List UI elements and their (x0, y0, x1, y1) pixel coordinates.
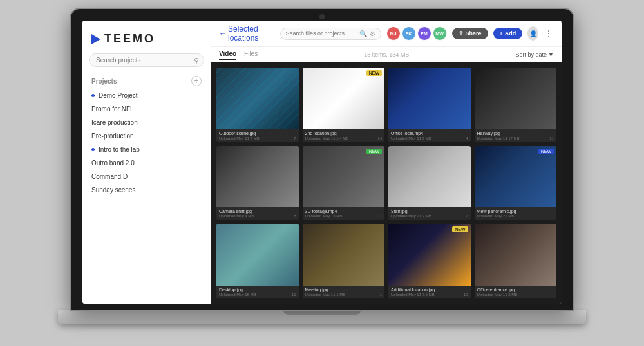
media-meta: Uploaded May 11 1.4 MB 14 (305, 136, 383, 140)
laptop-container: TEEMO ⚲ Projects + Demo Project Promo fo… (58, 9, 586, 337)
active-dot (91, 94, 95, 97)
sidebar-item-outro[interactable]: Outro band 2.0 (82, 156, 211, 170)
media-thumbnail (475, 68, 557, 129)
media-thumbnail (216, 146, 299, 208)
sub-topbar: Video Files 18 items, 134 MB Sort by dat… (211, 47, 562, 62)
media-item[interactable]: Desktop.jpg Uploaded May 15 MB 11 (216, 224, 299, 298)
add-project-button[interactable]: + (191, 76, 202, 86)
share-label: Share (466, 30, 482, 37)
media-name: Desktop.jpg (219, 287, 296, 292)
media-info: 2nd location.jpg Uploaded May 11 1.4 MB … (303, 129, 385, 142)
media-info: Hallway.jpg Uploaded May 13 17 MB 11 (475, 129, 557, 142)
media-item[interactable]: Staff.jpg Uploaded May 11 3 MB 7 (388, 146, 471, 221)
media-info: Office local.mp4 Uploaded May 11 3 MB 4 (388, 129, 471, 142)
media-item[interactable]: Office entrance.jpg Uploaded May 11 3 MB (475, 224, 557, 298)
media-item[interactable]: Hallway.jpg Uploaded May 13 17 MB 11 (475, 68, 557, 142)
sort-button[interactable]: Sort by date ▼ (516, 51, 554, 58)
sidebar-item-preprod[interactable]: Pre-production (82, 129, 211, 143)
media-name: Meeting.jpg (305, 287, 383, 292)
media-item[interactable]: NEW Additional location.jpg Uploaded May… (388, 224, 471, 298)
avatar-group: MJ PK PM MW (386, 26, 447, 41)
media-item[interactable]: NEW 3D footage.mp4 Uploaded May 13 MB 11 (303, 146, 385, 221)
laptop-base (58, 310, 586, 324)
add-label: Add (505, 30, 516, 37)
sidebar-item-icare[interactable]: Icare production (82, 116, 211, 129)
media-info: Staff.jpg Uploaded May 11 3 MB 7 (388, 207, 471, 220)
media-name: Office local.mp4 (391, 131, 468, 136)
sidebar-item-command[interactable]: Command D (82, 170, 211, 183)
media-meta: Uploaded May 11 1 MB 1 (305, 293, 383, 296)
media-item[interactable]: Office local.mp4 Uploaded May 11 3 MB 4 (388, 68, 471, 142)
media-meta: Uploaded May 11 3 MB 4 (391, 136, 468, 140)
tab-video[interactable]: Video (219, 49, 236, 60)
media-thumbnail (388, 146, 471, 208)
sidebar-item-demo[interactable]: Demo Project (82, 89, 211, 102)
avatar-pk: PK (402, 26, 416, 41)
screen: TEEMO ⚲ Projects + Demo Project Promo fo… (82, 21, 562, 304)
media-thumbnail: NEW (388, 224, 471, 286)
share-icon: ⇧ (459, 30, 464, 37)
media-name: 2nd location.jpg (305, 131, 383, 136)
media-meta: Uploaded May 11 7.5 MB 10 (391, 293, 468, 296)
profile-icon[interactable]: 👤 (527, 26, 538, 41)
projects-label: Projects (91, 78, 117, 85)
media-thumbnail (216, 68, 299, 129)
media-name: Hallway.jpg (477, 131, 554, 136)
sort-label: Sort by date (516, 51, 547, 58)
media-info: Meeting.jpg Uploaded May 11 1 MB 1 (303, 286, 385, 298)
sidebar-item-sunday[interactable]: Sunday scenes (82, 183, 211, 197)
topbar-search-container: 🔍 ⚙ (280, 28, 381, 40)
media-info: View panoramic.jpg Uploaded May 21 MB 7 (475, 207, 557, 220)
media-item[interactable]: NEW View panoramic.jpg Uploaded May 21 M… (475, 146, 557, 221)
plus-icon: + (500, 30, 503, 37)
media-info: Camera shift.jpg Uploaded May 4 MB 8 (216, 207, 299, 220)
page-title: Selected locations (228, 24, 275, 42)
media-grid: Outdoor scene.jpg Uploaded May 11 4 MB 7… (211, 62, 562, 304)
media-info: Office entrance.jpg Uploaded May 11 3 MB (475, 286, 557, 298)
media-meta: Uploaded May 11 4 MB 7 (219, 136, 296, 140)
media-item[interactable]: Outdoor scene.jpg Uploaded May 11 4 MB 7 (216, 68, 299, 142)
logo-text: TEEMO (104, 32, 155, 46)
media-meta: Uploaded May 13 MB 11 (305, 214, 383, 218)
back-button[interactable]: ← Selected locations (219, 24, 275, 42)
sidebar-search-input[interactable] (89, 53, 204, 67)
media-meta: Uploaded May 4 MB 8 (219, 214, 296, 218)
sidebar-item-label: Command D (91, 173, 128, 180)
sidebar-item-intro[interactable]: Intro to the lab (82, 143, 211, 156)
search-icon: 🔍 (359, 30, 367, 37)
more-options-icon[interactable]: ⋮ (544, 27, 554, 40)
media-item[interactable]: Meeting.jpg Uploaded May 11 1 MB 1 (303, 224, 385, 298)
sidebar-item-promo[interactable]: Promo for NFL (82, 102, 211, 116)
avatar-mw: MW (433, 26, 447, 41)
media-info: Outdoor scene.jpg Uploaded May 11 4 MB 7 (216, 129, 299, 142)
media-meta: Uploaded May 11 3 MB 7 (391, 214, 468, 218)
media-info: Desktop.jpg Uploaded May 15 MB 11 (216, 286, 299, 298)
media-item[interactable]: Camera shift.jpg Uploaded May 4 MB 8 (216, 146, 299, 221)
back-arrow-icon: ← (219, 29, 227, 38)
media-thumbnail: NEW (475, 146, 557, 208)
media-info: Additional location.jpg Uploaded May 11 … (388, 286, 471, 298)
media-meta: Uploaded May 15 MB 11 (219, 293, 296, 296)
share-button[interactable]: ⇧ Share (452, 28, 488, 39)
avatar-mj: MJ (386, 26, 401, 41)
topbar-search-input[interactable] (286, 30, 357, 37)
sidebar-item-label: Outro band 2.0 (91, 159, 135, 167)
sidebar-search-container: ⚲ (89, 53, 204, 67)
media-item[interactable]: NEW 2nd location.jpg Uploaded May 11 1.4… (303, 68, 385, 142)
media-tag: NEW (452, 226, 468, 232)
sidebar-item-label: Sunday scenes (91, 187, 135, 194)
add-button[interactable]: + Add (493, 28, 523, 39)
media-tag: NEW (366, 70, 382, 76)
media-meta: Uploaded May 11 3 MB (477, 293, 554, 296)
media-thumbnail (303, 224, 385, 286)
sidebar: TEEMO ⚲ Projects + Demo Project Promo fo… (82, 21, 211, 304)
logo-icon (91, 34, 100, 44)
notification-icon[interactable]: ⚙ (370, 30, 375, 37)
media-tag: NEW (366, 149, 382, 154)
chevron-down-icon: ▼ (548, 51, 554, 58)
sidebar-item-label: Demo Project (99, 92, 138, 99)
media-info: 3D footage.mp4 Uploaded May 13 MB 11 (303, 207, 385, 220)
tab-files[interactable]: Files (244, 49, 258, 60)
media-meta: Uploaded May 21 MB 7 (477, 214, 554, 218)
media-name: Additional location.jpg (391, 287, 468, 292)
